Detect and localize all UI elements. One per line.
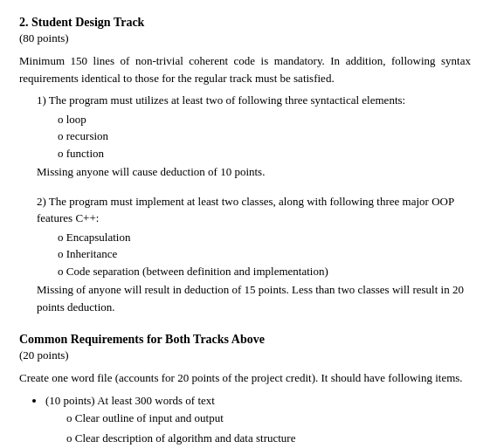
section-2-description: Minimum 150 lines of non-trivial coheren… bbox=[19, 52, 471, 86]
section-common-points: (20 points) bbox=[19, 348, 471, 362]
subitem-function: function bbox=[58, 145, 471, 162]
common-item-1-text: (10 points) At least 300 words of text bbox=[45, 394, 215, 407]
item-2-note: Missing of anyone will result in deducti… bbox=[37, 281, 471, 315]
section-common-title: Common Requirements for Both Tracks Abov… bbox=[19, 333, 471, 347]
item-2-text: The program must implement at least two … bbox=[37, 195, 454, 225]
item-2-subitems: Encapsulation Inheritance Code separatio… bbox=[37, 229, 471, 280]
item-1-subitems: loop recursion function bbox=[37, 111, 471, 162]
common-subitem-1: Clear outline of input and output bbox=[66, 410, 471, 428]
common-item-1: (10 points) At least 300 words of text C… bbox=[45, 392, 471, 449]
common-item-1-subitems: Clear outline of input and output Clear … bbox=[45, 410, 471, 448]
section-common-list: (10 points) At least 300 words of text C… bbox=[19, 392, 471, 449]
section-common: Common Requirements for Both Tracks Abov… bbox=[19, 333, 471, 448]
subitem-recursion: recursion bbox=[58, 128, 471, 145]
subitem-inheritance: Inheritance bbox=[58, 245, 471, 263]
section-2-title: 2. Student Design Track bbox=[19, 16, 471, 30]
subitem-codesep: Code separation (between definition and … bbox=[58, 263, 471, 280]
spacer bbox=[37, 186, 471, 193]
subitem-loop: loop bbox=[58, 111, 471, 128]
item-2-number: 2) bbox=[37, 195, 46, 208]
subitem-encapsulation: Encapsulation bbox=[58, 229, 471, 246]
item-1-text: The program must utilizes at least two o… bbox=[49, 93, 405, 107]
section-2-points: (80 points) bbox=[19, 31, 471, 45]
item-1-note: Missing anyone will cause deduction of 1… bbox=[37, 163, 471, 181]
common-subitem-2: Clear description of algorithm and data … bbox=[66, 430, 471, 448]
section-2: 2. Student Design Track (80 points) Mini… bbox=[19, 16, 471, 315]
section-common-description: Create one word file (accounts for 20 po… bbox=[19, 369, 471, 387]
section-2-list: 1) The program must utilizes at least tw… bbox=[19, 92, 471, 315]
list-item-1: 1) The program must utilizes at least tw… bbox=[37, 92, 471, 181]
list-item-2: 2) The program must implement at least t… bbox=[37, 193, 471, 316]
item-1-number: 1) bbox=[37, 93, 46, 107]
